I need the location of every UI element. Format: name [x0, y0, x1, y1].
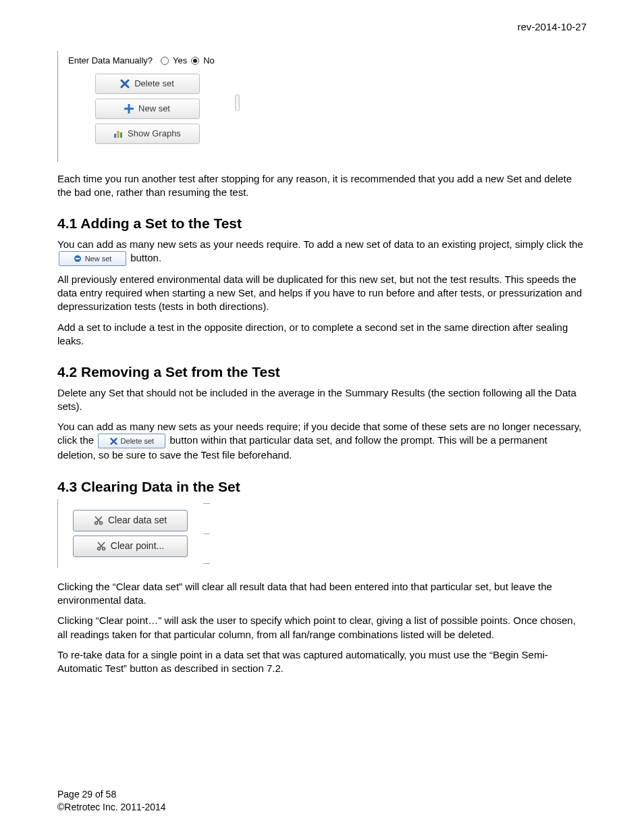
heading-4-3: 4.3 Clearing Data in the Set	[57, 477, 587, 496]
scissors-icon	[97, 542, 106, 551]
inline-delete-set-button[interactable]: Delete set	[98, 434, 165, 448]
top-ui-panel: Enter Data Manually? Yes No Delete set N…	[57, 51, 226, 162]
show-graphs-button[interactable]: Show Graphs	[95, 124, 200, 144]
clear-data-set-label: Clear data set	[108, 514, 167, 527]
delete-set-label: Delete set	[134, 78, 174, 90]
sec43-p1: Clicking the “Clear data set” will clear…	[57, 580, 587, 608]
bar-chart-icon	[113, 129, 123, 138]
circle-minus-icon	[74, 255, 82, 263]
x-icon	[120, 79, 130, 88]
radio-yes[interactable]	[161, 57, 169, 65]
scissors-icon	[94, 516, 103, 525]
tick-mark	[203, 503, 210, 504]
radio-yes-label: Yes	[173, 55, 187, 67]
page-footer: Page 29 of 58 ©Retrotec Inc. 2011-2014	[57, 788, 166, 814]
sec41-p2: All previously entered environmental dat…	[57, 273, 587, 314]
sec42-p2: You can add as many new sets as your nee…	[57, 420, 587, 463]
sec41-p1: You can add as many new sets as your nee…	[57, 238, 587, 266]
heading-4-2: 4.2 Removing a Set from the Test	[57, 363, 587, 382]
inline-new-set-label: New set	[85, 254, 112, 264]
heading-4-1: 4.1 Adding a Set to the Test	[57, 214, 587, 233]
tick-mark	[203, 563, 210, 564]
svg-rect-0	[114, 134, 116, 138]
sec41-p1a: You can add as many new sets as your nee…	[57, 238, 583, 250]
show-graphs-label: Show Graphs	[128, 128, 181, 140]
sec41-p3: Add a set to include a test in the oppos…	[57, 321, 587, 348]
radio-no[interactable]	[191, 57, 199, 65]
manual-entry-row: Enter Data Manually? Yes No	[68, 55, 226, 67]
new-set-button[interactable]: New set	[95, 99, 200, 119]
tick-mark	[203, 533, 210, 534]
sec41-p1b: button.	[130, 252, 161, 263]
clear-point-button[interactable]: Clear point...	[73, 536, 188, 557]
clear-point-label: Clear point...	[111, 540, 164, 552]
svg-rect-4	[76, 258, 80, 259]
clear-ui-panel: Clear data set Clear point...	[57, 499, 206, 568]
sec43-p2: Clicking “Clear point…” will ask the use…	[57, 614, 587, 642]
radio-no-label: No	[203, 55, 215, 67]
sec42-p1: Delete any Set that should not be includ…	[57, 386, 587, 414]
delete-set-button[interactable]: Delete set	[95, 74, 200, 94]
sec43-p3: To re-take data for a single point in a …	[57, 648, 587, 676]
x-icon	[110, 438, 117, 445]
svg-rect-2	[120, 132, 122, 138]
svg-rect-1	[117, 131, 119, 138]
scrollbar-thumb[interactable]	[235, 95, 240, 111]
intro-paragraph: Each time you run another test after sto…	[57, 172, 587, 200]
clear-data-set-button[interactable]: Clear data set	[73, 510, 188, 531]
inline-new-set-button[interactable]: New set	[59, 251, 126, 266]
plus-icon	[124, 104, 134, 113]
inline-delete-set-label: Delete set	[121, 436, 155, 446]
new-set-label: New set	[138, 103, 170, 115]
page-number: Page 29 of 58	[57, 788, 166, 801]
copyright: ©Retrotec Inc. 2011-2014	[57, 801, 166, 814]
revision-date: rev-2014-10-27	[57, 20, 587, 34]
manual-entry-label: Enter Data Manually?	[68, 55, 153, 67]
